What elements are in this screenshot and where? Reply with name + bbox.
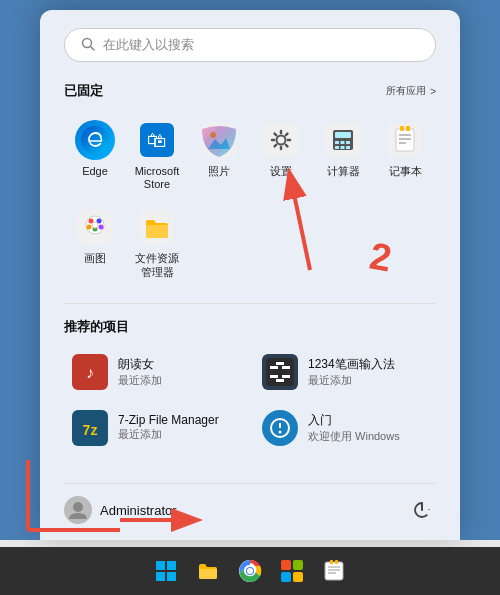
svg-rect-25 — [346, 146, 350, 149]
svg-point-39 — [99, 225, 104, 230]
svg-rect-22 — [346, 141, 350, 144]
app-files[interactable]: 文件资源管理器 — [126, 201, 188, 284]
ime-meta: 最近添加 — [308, 373, 395, 388]
files-icon — [137, 207, 177, 247]
taskbar-notepad-button[interactable] — [316, 553, 352, 589]
settings-label: 设置 — [270, 165, 292, 178]
svg-rect-46 — [282, 366, 290, 369]
ime-icon — [262, 354, 298, 390]
user-avatar-icon — [64, 496, 92, 524]
photos-icon — [199, 120, 239, 160]
svg-point-38 — [87, 225, 92, 230]
pinned-section-header: 已固定 所有应用 > — [64, 82, 436, 100]
all-apps-chevron: > — [430, 86, 436, 97]
taskbar-chrome-button[interactable] — [232, 553, 268, 589]
pinned-title: 已固定 — [64, 82, 103, 100]
7zip-name: 7-Zip File Manager — [118, 413, 219, 427]
edge-label: Edge — [82, 165, 108, 178]
all-apps-label: 所有应用 — [386, 84, 426, 98]
svg-rect-74 — [293, 572, 303, 582]
svg-rect-48 — [282, 375, 290, 378]
start-menu: 在此键入以搜索 已固定 所有应用 > — [40, 10, 460, 540]
reader-name: 朗读女 — [118, 356, 162, 373]
svg-rect-27 — [396, 129, 414, 151]
intro-info: 入门 欢迎使用 Windows — [308, 412, 400, 444]
svg-rect-49 — [276, 362, 284, 365]
svg-rect-71 — [281, 560, 291, 570]
app-photos[interactable]: 照片 — [188, 114, 250, 197]
svg-rect-45 — [270, 366, 278, 369]
calculator-label: 计算器 — [327, 165, 360, 178]
svg-point-40 — [92, 222, 98, 228]
svg-rect-79 — [330, 560, 333, 564]
svg-rect-31 — [400, 126, 404, 131]
svg-rect-19 — [335, 132, 351, 138]
svg-rect-66 — [156, 572, 165, 581]
svg-text:7z: 7z — [83, 422, 98, 438]
svg-line-15 — [286, 134, 288, 136]
svg-point-2 — [81, 126, 109, 154]
svg-rect-67 — [167, 572, 176, 581]
svg-rect-24 — [341, 146, 345, 149]
rec-reader[interactable]: ♪ 朗读女 最近添加 — [64, 348, 246, 396]
rec-intro[interactable]: 入门 欢迎使用 Windows — [254, 404, 436, 452]
taskbar-store-button[interactable] — [274, 553, 310, 589]
taskbar — [0, 547, 500, 595]
svg-rect-72 — [293, 560, 303, 570]
app-calculator[interactable]: 计算器 — [312, 114, 374, 197]
paint-icon — [75, 207, 115, 247]
intro-name: 入门 — [308, 412, 400, 429]
search-bar[interactable]: 在此键入以搜索 — [64, 28, 436, 62]
svg-point-70 — [247, 568, 253, 574]
search-icon — [81, 37, 95, 54]
svg-line-16 — [275, 145, 277, 147]
app-edge[interactable]: Edge — [64, 114, 126, 197]
taskbar-start-button[interactable] — [148, 553, 184, 589]
settings-icon — [261, 120, 301, 160]
rec-ime[interactable]: 1234笔画输入法 最近添加 — [254, 348, 436, 396]
7zip-info: 7-Zip File Manager 最近添加 — [118, 413, 219, 442]
svg-rect-73 — [281, 572, 291, 582]
photos-label: 照片 — [208, 165, 230, 178]
taskbar-explorer-button[interactable] — [190, 553, 226, 589]
svg-text:♪: ♪ — [86, 364, 94, 381]
app-notepad[interactable]: 记事本 — [374, 114, 436, 197]
svg-rect-50 — [276, 379, 284, 382]
edge-icon — [75, 120, 115, 160]
calculator-icon — [323, 120, 363, 160]
7zip-icon: 7z — [72, 410, 108, 446]
rec-7zip[interactable]: 7z 7-Zip File Manager 最近添加 — [64, 404, 246, 452]
intro-meta: 欢迎使用 Windows — [308, 429, 400, 444]
svg-rect-7 — [264, 123, 298, 157]
power-button[interactable] — [408, 496, 436, 524]
search-placeholder: 在此键入以搜索 — [103, 36, 194, 54]
app-settings[interactable]: 设置 — [250, 114, 312, 197]
reader-meta: 最近添加 — [118, 373, 162, 388]
7zip-meta: 最近添加 — [118, 427, 219, 442]
svg-line-13 — [275, 134, 277, 136]
paint-label: 画图 — [84, 252, 106, 265]
recommended-title: 推荐的项目 — [64, 318, 436, 336]
notepad-label: 记事本 — [389, 165, 422, 178]
svg-text:🛍: 🛍 — [147, 129, 167, 151]
svg-rect-65 — [167, 561, 176, 570]
svg-line-14 — [286, 145, 288, 147]
svg-rect-64 — [156, 561, 165, 570]
notepad-icon — [385, 120, 425, 160]
recommended-grid: ♪ 朗读女 最近添加 — [64, 348, 436, 452]
intro-icon — [262, 410, 298, 446]
app-paint[interactable]: 画图 — [64, 201, 126, 284]
all-apps-link[interactable]: 所有应用 > — [386, 84, 436, 98]
svg-rect-75 — [325, 562, 343, 580]
desktop: 在此键入以搜索 已固定 所有应用 > — [0, 0, 500, 540]
svg-rect-21 — [341, 141, 345, 144]
user-name: Administrator — [100, 503, 177, 518]
reader-info: 朗读女 最近添加 — [118, 356, 162, 388]
svg-rect-32 — [406, 126, 410, 131]
svg-point-56 — [279, 430, 282, 433]
files-label: 文件资源管理器 — [130, 252, 184, 278]
user-info[interactable]: Administrator — [64, 496, 177, 524]
app-store[interactable]: 🛍 Microsoft Store — [126, 114, 188, 197]
pinned-grid: Edge 🛍 Microsoft Store — [64, 114, 436, 285]
svg-rect-20 — [335, 141, 339, 144]
